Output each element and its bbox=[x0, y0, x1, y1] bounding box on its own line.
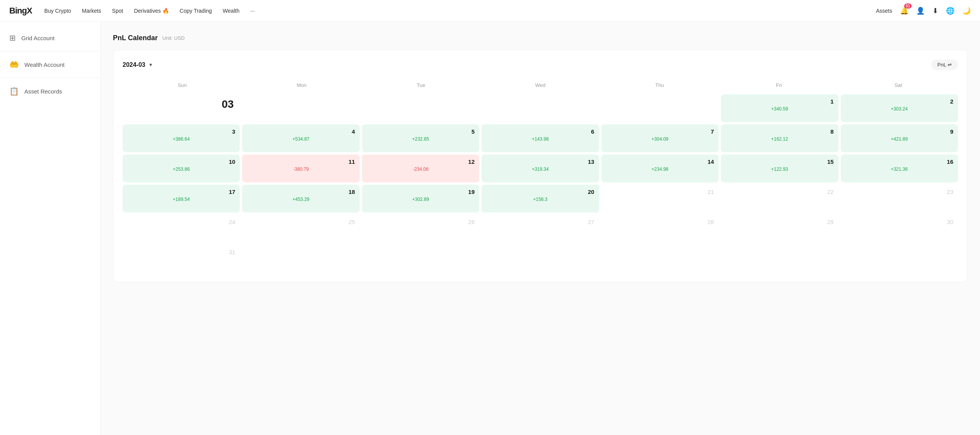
cell-pnl: +303.24 bbox=[845, 106, 953, 112]
sidebar: ⊞ Grid Account 🤲 Wealth Account 📋 Asset … bbox=[0, 22, 101, 435]
calendar-cell[interactable]: 19+302.89 bbox=[362, 185, 479, 212]
calendar-cell[interactable]: 12-234.06 bbox=[362, 155, 479, 182]
sidebar-label-asset-records: Asset Records bbox=[24, 88, 62, 95]
calendar-cell[interactable]: 11-380.79 bbox=[242, 155, 359, 182]
cell-pnl: +158.3 bbox=[486, 197, 594, 202]
nav-markets[interactable]: Markets bbox=[82, 8, 101, 14]
header-right: Assets 🔔 51 👤 ⬇ 🌐 🌙 bbox=[876, 7, 971, 15]
calendar-cell[interactable]: 13+319.34 bbox=[481, 155, 599, 182]
language-icon[interactable]: 🌐 bbox=[946, 7, 954, 15]
cell-date: 9 bbox=[950, 128, 953, 135]
calendar-week-1: 3+386.644+534.875+232.856+143.987+304.09… bbox=[123, 124, 958, 152]
month-label: 2024-03 bbox=[123, 61, 145, 68]
calendar-cell[interactable]: 8+162.12 bbox=[721, 124, 838, 152]
calendar-cell[interactable]: 23 bbox=[841, 185, 958, 212]
nav-spot[interactable]: Spot bbox=[112, 8, 123, 14]
download-icon[interactable]: ⬇ bbox=[932, 7, 938, 15]
calendar-week-4: 24252627282930 bbox=[123, 215, 958, 243]
cell-date: 13 bbox=[588, 158, 594, 165]
nav-more[interactable]: ··· bbox=[250, 8, 255, 14]
cell-date: 27 bbox=[588, 219, 594, 225]
calendar-cell[interactable]: 24 bbox=[123, 215, 240, 243]
cell-date: 26 bbox=[468, 219, 475, 225]
calendar-cell[interactable]: 6+143.98 bbox=[481, 124, 599, 152]
pnl-toggle-button[interactable]: PnL ⇌ bbox=[931, 59, 958, 70]
day-wed: Wed bbox=[481, 79, 600, 91]
calendar-cell[interactable]: 22 bbox=[721, 185, 838, 212]
calendar-cell[interactable]: 25 bbox=[242, 215, 359, 243]
calendar-cell[interactable]: 27 bbox=[481, 215, 599, 243]
cell-date: 18 bbox=[348, 189, 355, 195]
section-title-pnl: PnL Calendar Unit: USD bbox=[113, 34, 968, 42]
calendar-cell bbox=[242, 94, 359, 122]
calendar-cell[interactable]: 2+303.24 bbox=[841, 94, 958, 122]
cell-pnl: +421.89 bbox=[845, 136, 953, 142]
cell-date: 2 bbox=[950, 98, 953, 105]
calendar-cell[interactable]: 4+534.87 bbox=[242, 124, 359, 152]
calendar-cell bbox=[481, 94, 599, 122]
calendar-cell[interactable]: 28 bbox=[601, 215, 719, 243]
calendar-cell[interactable]: 3+386.64 bbox=[123, 124, 240, 152]
calendar-weeks: 031+340.592+303.243+386.644+534.875+232.… bbox=[123, 94, 958, 273]
nav-copy-trading[interactable]: Copy Trading bbox=[180, 8, 212, 14]
theme-toggle-icon[interactable]: 🌙 bbox=[962, 7, 971, 15]
cell-pnl: +534.87 bbox=[247, 136, 355, 142]
nav-wealth[interactable]: Wealth bbox=[223, 8, 239, 14]
calendar-cell[interactable]: 26 bbox=[362, 215, 479, 243]
calendar-cell[interactable]: 21 bbox=[601, 185, 719, 212]
logo[interactable]: BingX bbox=[9, 6, 32, 16]
cell-date: 30 bbox=[947, 219, 953, 225]
sidebar-item-asset-records[interactable]: 📋 Asset Records bbox=[0, 81, 100, 101]
sidebar-label-grid-account: Grid Account bbox=[21, 35, 55, 41]
month-number-cell: 03 bbox=[123, 94, 240, 122]
cell-date: 31 bbox=[229, 249, 236, 255]
nav-buy-crypto[interactable]: Buy Crypto bbox=[44, 8, 71, 14]
cell-pnl: -380.79 bbox=[247, 167, 355, 172]
pnl-calendar-title: PnL Calendar bbox=[113, 34, 158, 42]
days-header: Sun Mon Tue Wed Thu Fri Sat bbox=[123, 79, 958, 91]
calendar-cell[interactable]: 5+232.85 bbox=[362, 124, 479, 152]
calendar-cell[interactable]: 9+421.89 bbox=[841, 124, 958, 152]
sidebar-divider-2 bbox=[0, 78, 100, 78]
calendar-cell[interactable]: 16+321.36 bbox=[841, 155, 958, 182]
calendar-grid: Sun Mon Tue Wed Thu Fri Sat 031+340.592+… bbox=[123, 79, 958, 273]
calendar-card: 2024-03 ▼ PnL ⇌ Sun Mon Tue Wed Thu Fri … bbox=[113, 50, 968, 282]
month-selector[interactable]: 2024-03 ▼ bbox=[123, 61, 153, 68]
calendar-cell[interactable]: 18+453.29 bbox=[242, 185, 359, 212]
notification-bell[interactable]: 🔔 51 bbox=[900, 7, 908, 15]
calendar-cell[interactable]: 31 bbox=[123, 245, 240, 273]
calendar-cell bbox=[242, 245, 359, 273]
calendar-cell[interactable]: 20+158.3 bbox=[481, 185, 599, 212]
calendar-cell[interactable]: 15+122.93 bbox=[721, 155, 838, 182]
calendar-cell[interactable]: 30 bbox=[841, 215, 958, 243]
cell-pnl: +234.98 bbox=[606, 167, 714, 172]
profile-icon[interactable]: 👤 bbox=[916, 7, 925, 15]
day-mon: Mon bbox=[242, 79, 362, 91]
nav-derivatives[interactable]: Derivatives 🔥 bbox=[134, 8, 169, 14]
cell-date: 12 bbox=[468, 158, 475, 165]
sidebar-label-wealth-account: Wealth Account bbox=[24, 61, 65, 68]
cell-pnl: +453.29 bbox=[247, 197, 355, 202]
assets-button[interactable]: Assets bbox=[876, 8, 892, 14]
cell-pnl: +189.54 bbox=[127, 197, 235, 202]
notification-badge: 51 bbox=[904, 3, 912, 8]
sidebar-item-wealth-account[interactable]: 🤲 Wealth Account bbox=[0, 54, 100, 75]
cell-date: 16 bbox=[947, 158, 953, 165]
cell-date: 22 bbox=[827, 189, 834, 195]
calendar-cell[interactable]: 7+304.09 bbox=[601, 124, 719, 152]
calendar-week-5: 31 bbox=[123, 245, 958, 273]
cell-pnl: +304.09 bbox=[606, 136, 714, 142]
cell-date: 23 bbox=[947, 189, 953, 195]
cell-date: 5 bbox=[471, 128, 475, 135]
cell-date: 17 bbox=[229, 189, 236, 195]
cell-date: 28 bbox=[707, 219, 714, 225]
header: BingX Buy Crypto Markets Spot Derivative… bbox=[0, 0, 980, 22]
calendar-cell[interactable]: 14+234.98 bbox=[601, 155, 719, 182]
calendar-cell[interactable]: 10+253.86 bbox=[123, 155, 240, 182]
sidebar-item-grid-account[interactable]: ⊞ Grid Account bbox=[0, 28, 100, 48]
calendar-cell[interactable]: 29 bbox=[721, 215, 838, 243]
cell-pnl: +253.86 bbox=[127, 167, 235, 172]
calendar-cell[interactable]: 17+189.54 bbox=[123, 185, 240, 212]
month-number: 03 bbox=[220, 98, 235, 110]
calendar-cell[interactable]: 1+340.59 bbox=[721, 94, 838, 122]
